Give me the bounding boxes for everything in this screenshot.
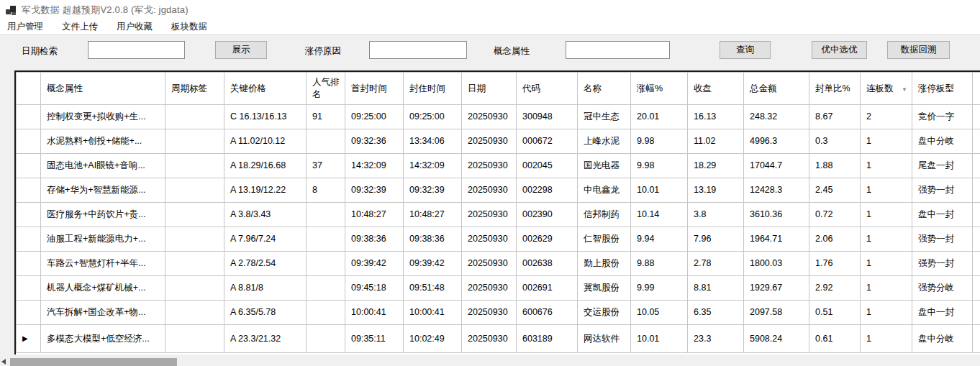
table-cell[interactable]: A 18.29/16.68 (224, 154, 307, 178)
table-row[interactable]: 固态电池+AI眼镜+音响...A 18.29/16.683714:32:0914… (17, 154, 980, 178)
table-cell[interactable]: 91 (307, 105, 345, 129)
table-cell[interactable]: C 16.13/16.13 (224, 105, 307, 129)
table-cell[interactable]: 1.88 (809, 154, 861, 178)
menu-item-sector-data[interactable]: 板块数据 (162, 19, 217, 35)
table-row[interactable]: 汽车拆解+国企改革+物...A 6.35/5.7810:00:4110:00:4… (17, 301, 980, 325)
table-cell[interactable] (165, 301, 224, 325)
table-cell[interactable]: 002390 (517, 203, 578, 227)
table-cell[interactable] (307, 129, 345, 154)
table-cell[interactable]: 1 (861, 227, 912, 252)
table-cell[interactable]: 37 (307, 154, 345, 178)
table-cell[interactable]: 09:25:00 (404, 105, 462, 129)
table-cell[interactable]: 固态电池+AI眼镜+音响... (41, 154, 165, 178)
table-cell[interactable]: 18.29 (688, 154, 744, 178)
table-cell[interactable]: 16.13 (688, 105, 744, 129)
column-header[interactable]: 名称 (578, 73, 631, 105)
table-cell[interactable] (973, 276, 980, 301)
table-cell[interactable]: 交运股份 (578, 301, 631, 325)
table-cell[interactable]: 3.8 (688, 203, 744, 227)
table-cell[interactable]: 1 (861, 325, 912, 353)
table-cell[interactable]: 002691 (517, 276, 578, 301)
table-cell[interactable] (973, 227, 980, 252)
column-header[interactable] (973, 73, 980, 105)
table-cell[interactable] (973, 154, 980, 178)
menu-item-user-management[interactable]: 用户管理 (0, 19, 53, 35)
table-cell[interactable]: 0.51 (809, 301, 861, 325)
table-cell[interactable]: 1929.67 (744, 276, 809, 301)
table-cell[interactable] (973, 178, 980, 203)
table-cell[interactable]: 0.3 (809, 129, 861, 154)
column-header[interactable]: 收盘 (688, 73, 744, 105)
table-cell[interactable]: 09:32:36 (345, 129, 404, 154)
table-cell[interactable]: 存储+华为+智慧新能源... (41, 178, 165, 203)
table-cell[interactable]: 09:45:18 (345, 276, 404, 301)
table-cell[interactable]: 10:02:49 (404, 325, 462, 353)
row-selector-cell[interactable] (17, 276, 41, 301)
table-cell[interactable]: 7.96 (688, 227, 744, 252)
row-selector-cell[interactable] (17, 301, 41, 325)
column-header[interactable]: 概念属性 (41, 73, 165, 105)
table-cell[interactable] (307, 252, 345, 276)
row-selector-cell[interactable] (17, 203, 41, 227)
column-header[interactable]: 首封时间 (345, 73, 404, 105)
table-cell[interactable]: 9.88 (631, 252, 688, 276)
query-button[interactable]: 查询 (720, 41, 771, 59)
table-cell[interactable]: 9.99 (631, 276, 688, 301)
table-cell[interactable]: 09:39:42 (404, 252, 462, 276)
table-cell[interactable]: 17044.7 (744, 154, 809, 178)
table-cell[interactable]: 竞价一字 (912, 105, 973, 129)
table-cell[interactable]: 1 (861, 203, 912, 227)
table-row[interactable]: 机器人概念+煤矿机械+...A 8.81/809:45:1809:51:4820… (17, 276, 980, 301)
table-cell[interactable]: 1964.71 (744, 227, 809, 252)
table-cell[interactable] (165, 154, 224, 178)
table-cell[interactable]: 20250930 (462, 154, 517, 178)
column-header[interactable]: 涨幅% (631, 73, 688, 105)
best-of-best-button[interactable]: 优中选优 (812, 41, 867, 59)
table-cell[interactable]: 冀凯股份 (578, 276, 631, 301)
table-cell[interactable]: 13.19 (688, 178, 744, 203)
table-cell[interactable]: A 6.35/5.78 (224, 301, 307, 325)
table-cell[interactable]: 11.02 (688, 129, 744, 154)
table-row[interactable]: ▶多模态大模型+低空经济...A 23.3/21.3209:35:1110:02… (17, 325, 980, 353)
table-cell[interactable] (973, 325, 980, 353)
date-search-input[interactable] (88, 41, 185, 59)
row-selector-cell[interactable] (17, 105, 41, 129)
table-cell[interactable]: 10.14 (631, 203, 688, 227)
table-cell[interactable]: 14:32:09 (404, 154, 462, 178)
table-cell[interactable]: 600676 (517, 301, 578, 325)
table-cell[interactable]: 20.01 (631, 105, 688, 129)
horizontal-scrollbar[interactable] (0, 358, 980, 366)
table-cell[interactable] (973, 203, 980, 227)
table-cell[interactable]: 09:39:42 (345, 252, 404, 276)
table-cell[interactable]: A 11.02/10.12 (224, 129, 307, 154)
table-cell[interactable] (307, 276, 345, 301)
table-cell[interactable]: 8.81 (688, 276, 744, 301)
table-cell[interactable]: 强势一封 (912, 252, 973, 276)
table-cell[interactable]: 医疗服务+中药饮片+贵... (41, 203, 165, 227)
table-cell[interactable] (165, 252, 224, 276)
table-cell[interactable]: 09:38:36 (345, 227, 404, 252)
table-cell[interactable]: 1800.03 (744, 252, 809, 276)
table-cell[interactable] (973, 129, 980, 154)
table-cell[interactable]: 中电鑫龙 (578, 178, 631, 203)
column-header[interactable]: 日期 (462, 73, 517, 105)
table-cell[interactable]: 0.72 (809, 203, 861, 227)
table-cell[interactable]: 水泥熟料+创投+储能+... (41, 129, 165, 154)
data-backtrack-button[interactable]: 数据回溯 (887, 41, 950, 59)
table-row[interactable]: 医疗服务+中药饮片+贵...A 3.8/3.4310:48:2710:48:27… (17, 203, 980, 227)
table-cell[interactable]: 2 (861, 105, 912, 129)
column-header[interactable]: 连板数▼ (861, 73, 912, 105)
table-cell[interactable]: 上峰水泥 (578, 129, 631, 154)
table-cell[interactable]: 强势一封 (912, 178, 973, 203)
table-cell[interactable]: 控制权变更+拟收购+生... (41, 105, 165, 129)
table-cell[interactable]: 300948 (517, 105, 578, 129)
table-cell[interactable]: 1 (861, 276, 912, 301)
column-header[interactable]: 代码 (517, 73, 578, 105)
table-cell[interactable]: 2.78 (688, 252, 744, 276)
table-cell[interactable]: 002298 (517, 178, 578, 203)
table-cell[interactable]: A 8.81/8 (224, 276, 307, 301)
table-cell[interactable]: 1 (861, 154, 912, 178)
table-cell[interactable]: 1 (861, 129, 912, 154)
table-cell[interactable]: 603189 (517, 325, 578, 353)
table-cell[interactable] (165, 325, 224, 353)
